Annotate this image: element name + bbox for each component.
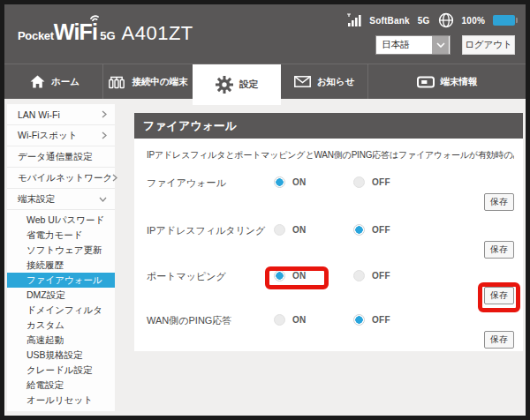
wan-ping-row: WAN側のPING応答 ON OFF xyxy=(147,311,514,327)
tab-label: ホーム xyxy=(51,76,80,88)
sidebar-item-wifi-spot[interactable]: Wi-Fiスポット xyxy=(7,125,115,146)
signal-icon xyxy=(345,13,361,27)
globe-icon xyxy=(438,12,454,28)
gear-icon xyxy=(216,76,233,94)
battery-icon xyxy=(493,15,515,26)
port-mapping-on-radio[interactable] xyxy=(274,270,285,281)
content-panel: ファイアウォール IPアドレスフィルタとポートマッピングとWAN側のPING応答… xyxy=(134,113,523,351)
firewall-on-radio[interactable] xyxy=(274,176,285,188)
ip-filter-row: IPアドレスフィルタリング ON OFF xyxy=(147,221,514,237)
wifi-arcs-icon xyxy=(88,11,101,21)
port-mapping-setting-group: ポートマッピング ON OFF 保存 xyxy=(147,267,514,304)
sidebar-subitem-power-supply[interactable]: 給電設定 xyxy=(7,378,115,393)
ip-filter-on-radio[interactable] xyxy=(274,224,285,236)
logo-5g-text: 5G xyxy=(100,29,115,42)
firewall-off-radio[interactable] xyxy=(353,176,365,188)
wan-ping-setting-group: WAN側のPING応答 ON OFF 保存 xyxy=(147,311,514,349)
tab-connected-devices[interactable]: 接続中の端末 xyxy=(102,64,193,99)
logo-pocket-text: Pocket xyxy=(18,29,54,42)
sidebar-subitem-webui-password[interactable]: Web UIパスワード xyxy=(7,213,115,228)
port-mapping-row: ポートマッピング ON OFF xyxy=(147,267,514,283)
sidebar-subitem-firewall[interactable]: ファイアウォール xyxy=(7,273,115,288)
chevron-right-icon xyxy=(102,110,107,118)
status-bar: SoftBank 5G 100% xyxy=(345,12,515,28)
sidebar-subitem-all-reset[interactable]: オールリセット xyxy=(7,393,115,408)
router-admin-page: PocketWiFi 5G A401ZT SoftBank 5G 100% 日本… xyxy=(0,0,530,420)
main-nav: ホーム 接続中の端末 設定 お知らせ 端末情報 xyxy=(4,64,526,99)
ip-filter-save-button[interactable]: 保存 xyxy=(484,241,514,259)
app-header: PocketWiFi 5G A401ZT SoftBank 5G 100% 日本… xyxy=(4,4,526,64)
sidebar-item-mobile-network[interactable]: モバイルネットワーク xyxy=(7,168,115,189)
sidebar-subitem-usb-standard[interactable]: USB規格設定 xyxy=(7,348,115,363)
battery-percent-label: 100% xyxy=(462,16,485,26)
app-logo: PocketWiFi 5G A401ZT xyxy=(18,19,193,45)
firewall-save-button[interactable]: 保存 xyxy=(484,193,514,211)
carrier-label: SoftBank xyxy=(369,16,410,26)
chevron-down-icon xyxy=(99,197,107,202)
device-info-icon xyxy=(417,76,435,88)
header-controls: 日本語 ログアウト xyxy=(375,35,515,55)
sidebar-item-device-settings[interactable]: 端末設定 xyxy=(7,189,115,210)
logo-wifi-text: WiFi xyxy=(54,19,97,45)
devices-icon xyxy=(108,75,125,89)
sidebar-subitem-dmz[interactable]: DMZ設定 xyxy=(7,288,115,303)
chevron-right-icon xyxy=(112,174,117,182)
ip-filter-off-radio[interactable] xyxy=(353,224,365,236)
wan-ping-on-radio[interactable] xyxy=(274,314,285,326)
chevron-right-icon xyxy=(102,131,107,139)
home-icon xyxy=(30,75,45,88)
sidebar-subitem-software-update[interactable]: ソフトウェア更新 xyxy=(7,243,115,258)
firewall-row: ファイアウォール ON OFF xyxy=(147,174,514,190)
wan-ping-off-radio[interactable] xyxy=(353,314,365,326)
tab-label: 接続中の端末 xyxy=(132,76,187,88)
sidebar-subitem-custom[interactable]: カスタム xyxy=(7,318,115,333)
firewall-description: IPアドレスフィルタとポートマッピングとWAN側のPING応答はファイアウォール… xyxy=(147,149,514,161)
language-select-value: 日本語 xyxy=(382,39,410,51)
tab-notifications[interactable]: お知らせ xyxy=(281,64,367,99)
network-type-label: 5G xyxy=(418,16,430,26)
sidebar: LAN Wi-Fi Wi-Fiスポット データ通信量設定 モバイルネットワーク … xyxy=(7,104,115,411)
firewall-setting-group: ファイアウォール ON OFF 保存 xyxy=(147,174,514,211)
chevron-down-icon xyxy=(432,36,449,54)
sidebar-subitem-power-save[interactable]: 省電力モード xyxy=(7,228,115,243)
port-mapping-off-radio[interactable] xyxy=(353,270,365,281)
logo-model-text: A401ZT xyxy=(122,22,193,45)
sidebar-item-lan-wifi[interactable]: LAN Wi-Fi xyxy=(7,104,115,125)
sidebar-submenu: Web UIパスワード 省電力モード ソフトウェア更新 接続履歴 ファイアウォー… xyxy=(7,210,115,408)
logout-button[interactable]: ログアウト xyxy=(462,35,515,55)
tab-home[interactable]: ホーム xyxy=(7,64,102,99)
tab-settings[interactable]: 設定 xyxy=(193,64,281,105)
language-select[interactable]: 日本語 xyxy=(375,35,450,55)
page-body: LAN Wi-Fi Wi-Fiスポット データ通信量設定 モバイルネットワーク … xyxy=(4,99,526,416)
tab-device-info[interactable]: 端末情報 xyxy=(367,64,526,99)
sidebar-item-data-usage[interactable]: データ通信量設定 xyxy=(7,146,115,168)
sidebar-subitem-domain-filter[interactable]: ドメインフィルタ xyxy=(7,303,115,318)
ip-filter-setting-group: IPアドレスフィルタリング ON OFF 保存 xyxy=(147,221,514,259)
sidebar-subitem-connection-history[interactable]: 接続履歴 xyxy=(7,258,115,273)
mail-icon xyxy=(294,76,311,87)
tab-label: 端末情報 xyxy=(441,76,478,88)
page-title: ファイアウォール xyxy=(134,113,523,139)
sidebar-subitem-fast-boot[interactable]: 高速起動 xyxy=(7,333,115,348)
sidebar-subitem-cradle[interactable]: クレードル設定 xyxy=(7,363,115,378)
tab-label: 設定 xyxy=(239,79,258,91)
wan-ping-save-button[interactable]: 保存 xyxy=(484,331,514,349)
port-mapping-save-button[interactable]: 保存 xyxy=(484,287,514,304)
tab-label: お知らせ xyxy=(317,76,355,88)
